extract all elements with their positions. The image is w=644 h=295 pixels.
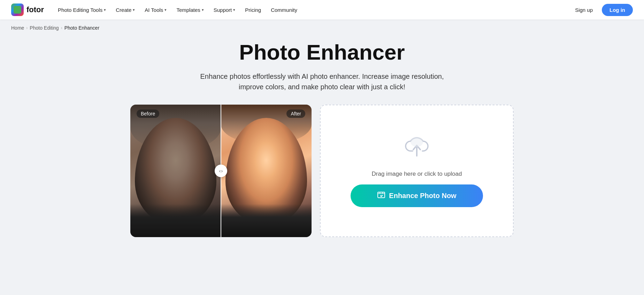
breadcrumb-home[interactable]: Home <box>11 25 24 31</box>
breadcrumb-current: Photo Enhancer <box>64 25 99 31</box>
upload-text: Drag image here or click to upload <box>372 171 462 177</box>
main-content: Photo Enhancer Enhance photos effortless… <box>0 33 644 251</box>
upload-cloud-icon <box>403 135 431 164</box>
logo-icon <box>11 3 24 16</box>
nav-items: Photo Editing Tools ▾ Create ▾ AI Tools … <box>54 4 570 16</box>
nav-item-ai-tools[interactable]: AI Tools ▾ <box>140 4 171 16</box>
nav-item-pricing[interactable]: Pricing <box>241 4 265 16</box>
svg-rect-0 <box>14 6 21 14</box>
nav-right: Sign up Log in <box>570 4 633 16</box>
logo[interactable]: fotor <box>11 3 44 16</box>
svg-point-1 <box>411 137 423 147</box>
before-image <box>130 105 221 237</box>
chevron-left-icon: ‹ <box>219 168 221 174</box>
chevron-down-icon: ▾ <box>233 8 235 12</box>
chevron-down-icon: ▾ <box>104 8 106 12</box>
before-after-panel[interactable]: Before After <box>130 105 312 237</box>
nav-item-community[interactable]: Community <box>267 4 301 16</box>
enhance-icon <box>377 191 385 201</box>
nav-item-templates[interactable]: Templates ▾ <box>172 4 208 16</box>
ba-image-container: ‹ › <box>130 105 312 237</box>
enhance-button-label: Enhance Photo Now <box>389 192 456 200</box>
chevron-right-icon: › <box>61 25 62 30</box>
page-title: Photo Enhancer <box>239 40 405 64</box>
hero-subtitle: Enhance photos effortlessly with AI phot… <box>190 71 454 92</box>
breadcrumb: Home › Photo Editing › Photo Enhancer <box>0 20 644 33</box>
nav-item-photo-editing-tools[interactable]: Photo Editing Tools ▾ <box>54 4 110 16</box>
enhance-button[interactable]: Enhance Photo Now <box>351 184 483 207</box>
chevron-down-icon: ▾ <box>164 8 167 12</box>
chevron-right-icon: › <box>26 25 28 30</box>
slider-handle[interactable]: ‹ › <box>215 165 227 177</box>
chevron-down-icon: ▾ <box>202 8 204 12</box>
logo-text: fotor <box>26 5 44 14</box>
navigation: fotor Photo Editing Tools ▾ Create ▾ AI … <box>0 0 644 20</box>
login-button[interactable]: Log in <box>602 4 633 16</box>
breadcrumb-photo-editing[interactable]: Photo Editing <box>30 25 59 31</box>
nav-item-support[interactable]: Support ▾ <box>209 4 240 16</box>
demo-section: Before After <box>130 105 514 237</box>
chevron-down-icon: ▾ <box>133 8 135 12</box>
upload-panel[interactable]: Drag image here or click to upload Enhan… <box>320 105 514 237</box>
after-image <box>221 105 312 237</box>
chevron-right-icon: › <box>221 168 223 174</box>
nav-item-create[interactable]: Create ▾ <box>112 4 139 16</box>
signup-button[interactable]: Sign up <box>570 4 598 16</box>
